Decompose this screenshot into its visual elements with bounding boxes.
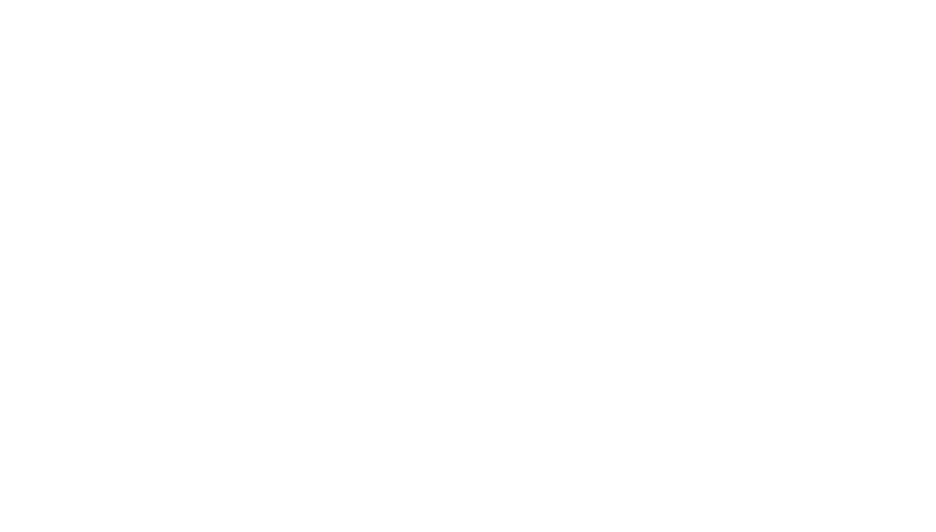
diagram-area	[0, 16, 936, 446]
index-section	[0, 0, 936, 12]
